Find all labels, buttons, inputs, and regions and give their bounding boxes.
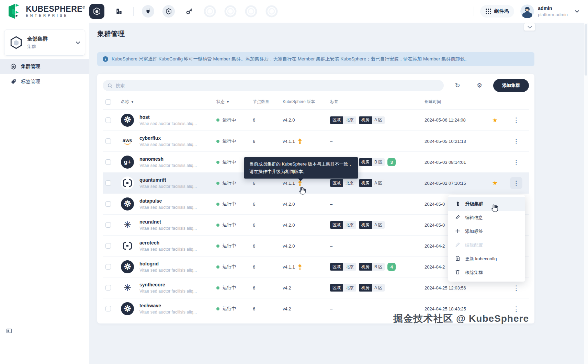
sidebar-item-cluster-management[interactable]: 集群管理 xyxy=(0,59,89,74)
status-cell: 运行中 xyxy=(216,117,253,123)
row-checkbox[interactable] xyxy=(105,306,111,311)
access-key-icon[interactable] xyxy=(183,5,195,18)
sort-caret-icon[interactable]: ▼ xyxy=(226,100,229,104)
tags-cell: 区域北京机房A 区 xyxy=(330,179,425,187)
edit-icon xyxy=(455,215,460,221)
plug-icon[interactable] xyxy=(142,5,154,18)
row-checkbox[interactable] xyxy=(105,201,111,207)
panel-collapse-button[interactable] xyxy=(524,23,535,31)
user-menu[interactable]: admin platform-admin xyxy=(520,4,579,18)
table-row[interactable]: ☸hostVitae sed auctor facilisis aliq...运… xyxy=(103,110,529,130)
row-more-button[interactable]: ⋮ xyxy=(510,282,522,294)
dock-label: 组件坞 xyxy=(494,8,509,14)
cluster-name-link[interactable]: synthecore xyxy=(139,282,197,287)
component-dock-button[interactable]: 组件坞 xyxy=(480,5,514,18)
cluster-tag: 机房B 区 xyxy=(359,263,385,271)
grid-icon xyxy=(486,9,491,14)
cluster-description: Vitae sed auctor facilisis aliq... xyxy=(139,310,197,315)
row-checkbox[interactable] xyxy=(105,117,111,123)
menu-item[interactable]: 移除集群 xyxy=(448,266,525,280)
cursor-hand-icon xyxy=(490,204,498,214)
row-checkbox[interactable] xyxy=(105,264,111,270)
settings-gear-button[interactable]: ⚙ xyxy=(473,79,486,92)
trash-icon xyxy=(455,270,460,276)
column-name[interactable]: 名称▼ xyxy=(121,99,216,105)
cluster-name-link[interactable]: datapulse xyxy=(139,198,197,204)
menu-item-label: 更新 kubeconfig xyxy=(465,256,497,262)
cluster-tag: 机房A 区 xyxy=(359,116,385,124)
hexnet-logo: ✳ xyxy=(121,218,134,231)
status-dot xyxy=(216,265,219,269)
chevron-down-icon[interactable] xyxy=(575,10,579,13)
search-input[interactable] xyxy=(116,83,439,88)
row-more-button[interactable]: ⋮ xyxy=(510,177,522,189)
placeholder-ring-icon xyxy=(265,5,278,18)
cluster-cube-icon[interactable] xyxy=(89,4,104,19)
row-checkbox[interactable] xyxy=(105,180,111,186)
menu-item[interactable]: 升级集群 xyxy=(448,197,525,211)
cluster-name-link[interactable]: neuralnet xyxy=(139,219,197,225)
menu-item-label: 升级集群 xyxy=(465,201,483,207)
cluster-description: Vitae sed auctor facilisis aliq... xyxy=(139,163,197,168)
add-cluster-button[interactable]: 添加集群 xyxy=(493,79,529,92)
cluster-name-link[interactable]: host xyxy=(139,114,197,120)
tag-count-badge[interactable]: 4 xyxy=(387,263,396,271)
favorite-star-icon[interactable]: ★ xyxy=(492,117,498,124)
menu-item-label: 编辑信息 xyxy=(465,215,483,221)
status-dot xyxy=(216,182,219,185)
cluster-name-link[interactable]: aerotech xyxy=(139,240,197,246)
column-tags: 标签 xyxy=(330,99,425,105)
search-box[interactable] xyxy=(103,80,444,91)
menu-item-label: 移除集群 xyxy=(465,270,483,276)
menu-item[interactable]: 添加标签 xyxy=(448,225,525,238)
upgrade-available-icon[interactable] xyxy=(297,264,302,270)
table-row[interactable]: awscyberfluxVitae sed auctor facilisis a… xyxy=(103,130,529,151)
row-checkbox[interactable] xyxy=(105,243,111,249)
upgrade-available-icon[interactable] xyxy=(297,138,302,144)
menu-item[interactable]: 编辑信息 xyxy=(448,211,525,225)
cluster-name-link[interactable]: nanomesh xyxy=(139,156,197,162)
no-tags-dash: – xyxy=(330,202,332,207)
row-more-button[interactable]: ⋮ xyxy=(510,114,522,126)
cluster-name-link[interactable]: hologrid xyxy=(139,261,197,266)
edit-icon xyxy=(455,242,460,248)
cluster-name-link[interactable]: techwave xyxy=(139,303,197,308)
menu-item[interactable]: 更新 kubeconfig xyxy=(448,252,525,266)
row-checkbox[interactable] xyxy=(105,222,111,228)
status-dot xyxy=(216,161,219,164)
cluster-name-link[interactable]: cyberflux xyxy=(139,135,197,141)
sidebar-collapse-icon[interactable] xyxy=(6,328,12,334)
scope-title: 全部集群 xyxy=(27,36,72,42)
cluster-scope-selector[interactable]: 全部集群 集群 xyxy=(4,30,85,56)
hexagon-dot-icon[interactable] xyxy=(162,5,175,18)
column-status[interactable]: 状态▼ xyxy=(216,99,253,105)
status-cell: 运行中 xyxy=(216,180,253,186)
cluster-description: Vitae sed auctor facilisis aliq... xyxy=(139,268,197,273)
sidebar-item-tag-management[interactable]: 标签管理 xyxy=(0,74,89,89)
cluster-description: Vitae sed auctor facilisis aliq... xyxy=(139,184,197,189)
brackets-logo xyxy=(121,239,134,252)
node-count: 6 xyxy=(253,306,283,311)
scrollbar-thumb[interactable] xyxy=(585,24,587,76)
tag-count-badge[interactable]: 3 xyxy=(387,158,396,166)
cluster-description: Vitae sed auctor facilisis aliq... xyxy=(139,142,197,147)
node-count: 6 xyxy=(253,117,283,123)
favorite-star-icon[interactable]: ★ xyxy=(492,180,498,186)
refresh-button[interactable]: ↻ xyxy=(451,79,464,92)
table-header-row: 名称▼ 状态▼ 节点数量 KubeSphere 版本 标签 创建时间 xyxy=(103,94,529,110)
upgrade-available-icon[interactable] xyxy=(297,180,302,186)
select-all-checkbox[interactable] xyxy=(105,99,111,105)
row-more-button[interactable]: ⋮ xyxy=(510,156,522,168)
status-dot xyxy=(216,307,219,310)
avatar xyxy=(520,4,534,18)
cluster-tag: 机房B 区 xyxy=(359,158,385,166)
row-more-button[interactable]: ⋮ xyxy=(510,135,522,147)
workspace-building-icon[interactable] xyxy=(113,5,125,18)
row-checkbox[interactable] xyxy=(105,159,111,165)
row-checkbox[interactable] xyxy=(105,138,111,144)
row-checkbox[interactable] xyxy=(105,285,111,291)
cluster-name-link[interactable]: quantumrift xyxy=(139,177,197,183)
sort-caret-icon[interactable]: ▼ xyxy=(131,100,134,104)
scrollbar[interactable] xyxy=(584,23,588,364)
status-dot xyxy=(216,286,219,289)
